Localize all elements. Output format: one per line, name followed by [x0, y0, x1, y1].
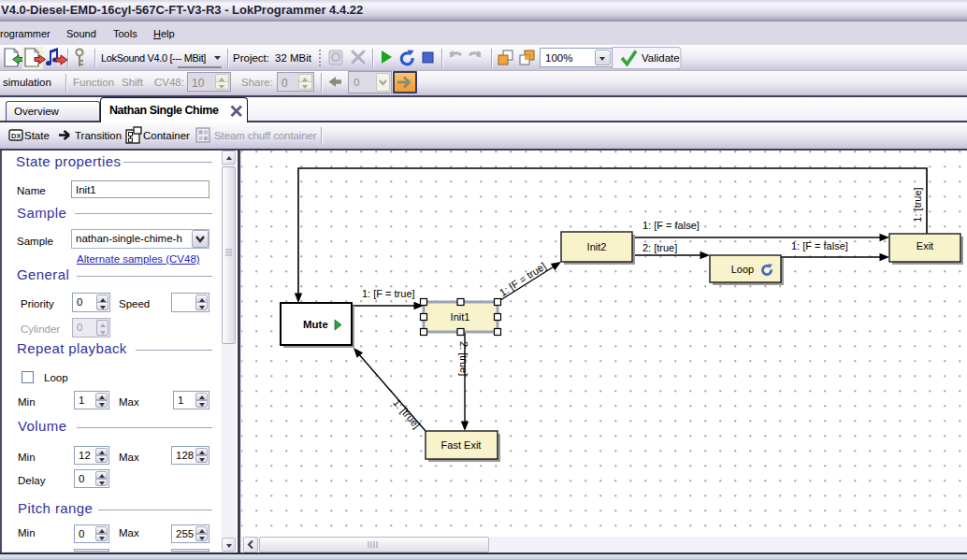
svg-text:Loop: Loop	[731, 264, 754, 275]
svg-text:Init2: Init2	[587, 241, 607, 252]
svg-text:1: [F = false]: 1: [F = false]	[791, 240, 848, 251]
svg-text:DX: DX	[11, 132, 21, 140]
svg-text:2: [true]: 2: [true]	[458, 341, 469, 376]
svg-text:1: [F = false]: 1: [F = false]	[642, 220, 700, 231]
svg-text:2: [true]: 2: [true]	[642, 242, 677, 253]
svg-text:1: [true]: 1: [true]	[912, 187, 923, 222]
svg-text:Mute: Mute	[303, 319, 328, 330]
svg-text:Fast Exit: Fast Exit	[441, 439, 482, 451]
svg-text:1: [F = true]: 1: [F = true]	[362, 288, 415, 299]
svg-text:Exit: Exit	[916, 240, 933, 251]
svg-text:Init1: Init1	[451, 311, 470, 323]
